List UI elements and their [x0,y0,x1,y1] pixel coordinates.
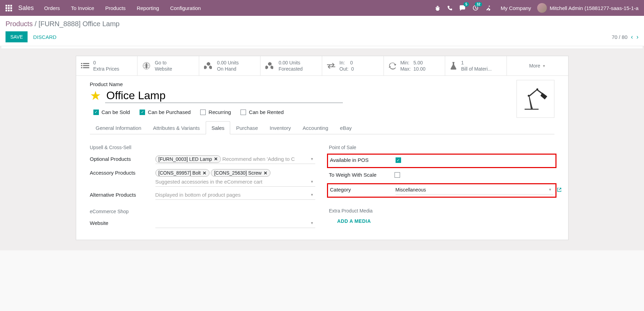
stat-in-out[interactable]: In: 0 Out: 0 [322,56,384,75]
category-label: Category [330,186,396,193]
add-media-button[interactable]: ADD A MEDIA [337,218,554,224]
ecommerce-heading: eCommerce Shop [90,209,315,214]
available-pos-checkbox[interactable] [396,157,401,163]
accessory-products-tags[interactable]: [CONS_89957] Bolt✕ [CONS_25630] Screw✕ [155,169,315,178]
save-button[interactable]: SAVE [6,31,28,42]
highlight-available-pos: Available in POS [327,154,556,168]
accessory-tag-1: [CONS_89957] Bolt✕ [155,169,210,177]
remove-tag-icon[interactable]: ✕ [264,170,267,176]
tab-sales[interactable]: Sales [206,121,231,134]
stat-more[interactable]: More▼ [507,56,568,75]
tab-ebay[interactable]: eBay [334,121,358,134]
stat-min-max[interactable]: Min: 5.00 Max: 10.00 [384,56,446,75]
alternative-products-label: Alternative Products [90,191,155,198]
alternative-products-field[interactable]: Displayed in bottom of product pages ▼ [155,191,315,200]
tab-inventory[interactable]: Inventory [264,121,297,134]
caret-down-icon[interactable]: ▼ [310,157,314,161]
pos-heading: Point of Sale [329,145,554,150]
breadcrumb: Products / [FURN_8888] Office Lamp [6,20,638,28]
svg-point-8 [528,95,529,97]
category-value: Miscellaneous [396,187,426,193]
stat-website[interactable]: Go toWebsite [137,56,199,75]
accessory-products-field[interactable]: Suggested accessories in the eCommerce c… [155,178,315,187]
highlight-category: Category Miscellaneous ▼ [327,183,556,198]
product-options: Can be Sold Can be Purchased Recurring C… [76,103,568,118]
can-be-sold-checkbox[interactable]: Can be Sold [93,109,130,115]
tab-attributes-variants[interactable]: Attributes & Variants [147,121,206,134]
weigh-row: To Weigh With Scale [329,171,554,180]
tab-purchase[interactable]: Purchase [230,121,264,134]
content-area: 0Extra Prices Go toWebsite 0.00 UnitsOn … [0,46,644,250]
tools-icon[interactable] [485,5,491,11]
avatar[interactable] [537,3,547,13]
accessory-tag-2: [CONS_25630] Screw✕ [211,169,270,177]
nav-orders[interactable]: Orders [44,5,60,11]
caret-down-icon: ▼ [542,64,546,68]
stat-extra-prices[interactable]: 0Extra Prices [76,56,138,75]
product-name-input[interactable] [105,89,343,103]
apps-icon[interactable] [6,5,12,11]
website-label: Website [90,219,155,226]
pager-prev-icon[interactable]: ‹ [631,33,633,41]
category-field[interactable]: Miscellaneous ▼ [396,186,553,195]
tabs: General Information Attributes & Variant… [90,121,554,134]
favorite-star-icon[interactable]: ★ [90,89,101,103]
pager-next-icon[interactable]: › [636,33,638,41]
refresh-icon [389,62,396,70]
weigh-field [395,171,554,180]
nav-configuration[interactable]: Configuration [170,5,201,11]
can-be-purchased-checkbox[interactable]: Can be Purchased [140,109,191,115]
chat-icon[interactable]: 5 [459,5,466,11]
app-brand[interactable]: Sales [18,4,34,12]
weigh-checkbox[interactable] [395,172,400,178]
activity-badge: 32 [475,2,482,7]
caret-down-icon[interactable]: ▼ [310,193,314,197]
category-row: Category Miscellaneous ▼ [330,186,553,195]
breadcrumb-root[interactable]: Products [6,20,33,28]
remove-tag-icon[interactable]: ✕ [203,170,206,176]
bug-icon[interactable] [435,5,440,11]
svg-rect-6 [83,67,89,68]
activity-icon[interactable]: 32 [472,5,479,11]
svg-point-9 [536,89,538,90]
svg-rect-5 [81,67,82,68]
tab-general-information[interactable]: General Information [90,121,147,134]
chat-badge: 5 [463,2,469,7]
recurring-checkbox[interactable]: Recurring [200,109,231,115]
optional-products-field[interactable]: [FURN_0003] LED Lamp✕ Recommend when 'Ad… [155,155,315,164]
tab-accounting[interactable]: Accounting [297,121,334,134]
list-icon [81,62,89,69]
caret-down-icon[interactable]: ▼ [310,180,314,184]
nav-products[interactable]: Products [105,5,125,11]
can-be-rented-checkbox[interactable]: Can be Rented [241,109,284,115]
user-menu[interactable]: Mitchell Admin (15881277-saas-15-1-a [550,5,638,11]
flask-icon [450,62,457,70]
pager-text[interactable]: 70 / 80 [612,34,627,40]
topbar: Sales Orders To Invoice Products Reporti… [0,0,644,16]
cubes-icon [265,62,274,70]
stat-on-hand[interactable]: 0.00 UnitsOn Hand [199,56,261,75]
svg-rect-1 [81,63,82,64]
transfer-icon [327,63,335,69]
stat-bom[interactable]: 1Bill of Materi... [445,56,507,75]
cubes-icon [204,62,213,70]
caret-down-icon[interactable]: ▼ [310,221,314,225]
nav-reporting[interactable]: Reporting [137,5,159,11]
accessory-products-row: Accessory Products [CONS_89957] Bolt✕ [C… [90,169,315,187]
nav-to-invoice[interactable]: To Invoice [71,5,94,11]
alternative-products-row: Alternative Products Displayed in bottom… [90,191,315,200]
optional-products-row: Optional Products [FURN_0003] LED Lamp✕ … [90,155,315,165]
optional-products-label: Optional Products [90,155,155,162]
tab-content: Upsell & Cross-Sell Optional Products [F… [76,134,568,240]
external-link-icon[interactable] [557,187,562,192]
discard-button[interactable]: DISCARD [33,34,57,40]
available-pos-row: Available in POS [330,156,553,166]
caret-down-icon[interactable]: ▼ [549,188,552,191]
website-field[interactable]: ▼ [155,219,315,228]
stat-forecasted[interactable]: 0.00 UnitsForecasted [260,56,322,75]
product-image[interactable] [517,80,554,118]
company-selector[interactable]: My Company [501,5,531,11]
weigh-label: To Weigh With Scale [329,171,395,178]
phone-icon[interactable] [447,6,452,11]
remove-tag-icon[interactable]: ✕ [214,156,218,162]
